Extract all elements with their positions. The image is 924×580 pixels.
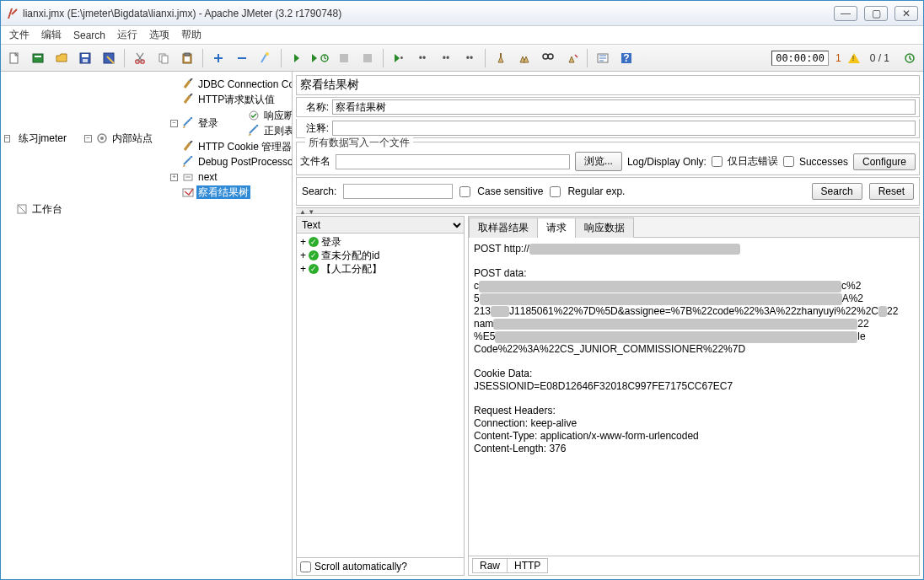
tree-next-controller[interactable]: +next [170,169,293,185]
tree-root[interactable]: −练习jmeter −内部站点 JDBC Connection Configur… [4,75,290,201]
collapse-button[interactable] [232,48,252,68]
tab-request[interactable]: 请求 [537,218,576,238]
search-button[interactable]: Search [812,183,862,200]
function-helper-button[interactable] [593,48,613,68]
paste-button[interactable] [177,48,197,68]
test-plan-tree[interactable]: −练习jmeter −内部站点 JDBC Connection Configur… [1,72,293,579]
scroll-auto-checkbox[interactable] [300,561,311,572]
tree-jdbc-config[interactable]: JDBC Connection Configuration [170,77,293,92]
warning-icon[interactable] [848,53,860,63]
tree-debug-postprocessor[interactable]: Debug PostProcessor [170,154,293,169]
clear-all-button[interactable] [514,48,535,68]
svg-text:?: ? [623,52,629,64]
sub-tab-raw[interactable]: Raw [472,558,508,573]
start-no-pause-button[interactable] [310,48,330,68]
regex-checkbox[interactable] [550,186,561,197]
case-sensitive-label: Case sensitive [477,185,543,197]
clear-button[interactable] [491,48,511,68]
menu-search[interactable]: Search [68,28,110,43]
shutdown-button[interactable] [357,48,378,68]
maximize-button[interactable]: ▢ [864,6,888,21]
configure-button[interactable]: Configure [853,153,916,170]
tab-sampler-result[interactable]: 取样器结果 [469,218,538,238]
search-input[interactable] [343,184,453,199]
copy-button[interactable] [153,48,174,68]
name-label: 名称: [300,100,329,115]
thread-count: 0 / 1 [863,52,896,64]
menubar: 文件 编辑 Search 运行 选项 帮助 [1,26,923,45]
new-button[interactable] [4,48,24,68]
tree-http-defaults[interactable]: HTTP请求默认值 [170,92,293,107]
close-button[interactable]: ✕ [894,6,918,21]
start-button[interactable] [287,48,307,68]
errors-only-label: 仅日志错误 [728,154,778,169]
save-as-button[interactable] [99,48,119,68]
help-button[interactable]: ? [616,48,637,68]
sample-item[interactable]: +✓登录 [300,235,462,249]
splitter-handle[interactable]: ▲ ▼ [296,207,920,214]
minimize-button[interactable]: — [834,6,857,21]
cut-button[interactable] [130,48,150,68]
tree-cookie-manager[interactable]: HTTP Cookie 管理器 [170,139,293,154]
successes-label: Successes [799,156,848,168]
remote-stop-button[interactable]: •• [436,48,456,68]
open-button[interactable] [51,48,72,68]
scroll-auto-row: Scroll automatically? [297,557,464,575]
panel-title: 察看结果树 [296,75,920,95]
file-output-legend: 所有数据写入一个文件 [305,136,413,150]
menu-edit[interactable]: 编辑 [36,26,67,44]
reset-button[interactable]: Reset [869,183,914,200]
sample-item[interactable]: +✓查未分配的id [300,249,462,262]
log-display-only-label: Log/Display Only: [627,156,706,168]
tree-response-assertion[interactable]: 响应断言 [236,108,293,123]
comment-input[interactable] [332,121,916,136]
search-label: Search: [302,185,336,197]
svg-rect-13 [185,56,190,62]
stop-button[interactable] [334,48,354,68]
svg-point-28 [100,137,104,140]
remote-start-all-button[interactable]: •• [412,48,432,68]
tree-results-tree[interactable]: 察看结果树 [170,185,293,200]
svg-rect-34 [183,189,193,196]
reset-search-button[interactable] [561,48,582,68]
expand-button[interactable] [208,48,228,68]
tree-regex-extractor[interactable]: 正则表达式提取器 [236,123,293,138]
templates-button[interactable] [28,48,48,68]
errors-only-checkbox[interactable] [712,156,723,167]
results-split: Text +✓登录 +✓查未分配的id +✓【人工分配】 Scroll auto… [296,216,920,576]
tree-workbench[interactable]: 工作台 [4,201,290,217]
tree-thread-group[interactable]: −内部站点 JDBC Connection Configuration HTTP… [84,76,293,201]
remote-start-button[interactable]: • [389,48,409,68]
success-icon: ✓ [309,237,319,247]
remote-shutdown-button[interactable]: •• [459,48,480,68]
menu-options[interactable]: 选项 [144,26,175,44]
tab-response-data[interactable]: 响应数据 [575,218,634,238]
success-icon: ✓ [309,264,319,274]
successes-checkbox[interactable] [783,156,794,167]
gc-button[interactable] [900,48,920,68]
filename-input[interactable] [336,154,570,169]
svg-point-29 [191,117,193,119]
svg-rect-2 [35,56,41,57]
request-text-area[interactable]: POST http:// POST data: cc%2 5A%2 213J11… [469,238,919,556]
samples-tree[interactable]: +✓登录 +✓查未分配的id +✓【人工分配】 [297,234,464,557]
sub-tab-http[interactable]: HTTP [508,558,548,573]
tree-login-sampler[interactable]: −登录 响应断言 正则表达式提取器 [170,107,293,139]
svg-rect-17 [363,54,372,62]
find-button[interactable] [538,48,558,68]
request-sub-tabs: Raw HTTP [469,556,919,575]
result-tabs: 取样器结果 请求 响应数据 [469,217,919,238]
name-input[interactable] [332,99,916,115]
app-icon [6,7,19,20]
menu-run[interactable]: 运行 [112,26,142,44]
browse-button[interactable]: 浏览... [575,152,622,171]
results-left-pane: Text +✓登录 +✓查未分配的id +✓【人工分配】 Scroll auto… [296,216,465,576]
toggle-button[interactable] [255,48,276,68]
menu-help[interactable]: 帮助 [176,26,207,44]
save-button[interactable] [75,48,95,68]
renderer-select[interactable]: Text [297,217,464,234]
sample-item[interactable]: +✓【人工分配】 [300,262,462,276]
svg-rect-5 [83,59,88,62]
menu-file[interactable]: 文件 [4,26,35,44]
case-sensitive-checkbox[interactable] [459,186,470,197]
